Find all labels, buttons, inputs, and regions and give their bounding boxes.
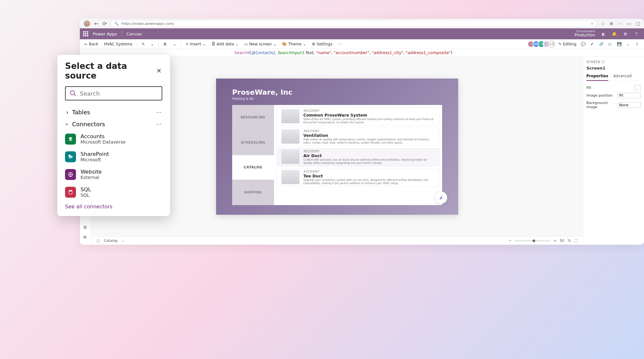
tables-more-icon[interactable]: ⋯ xyxy=(156,109,162,116)
browser-reload-icon[interactable]: ⟳ xyxy=(102,21,107,26)
more-icon[interactable]: ⋯ xyxy=(337,41,343,47)
rail-settings-icon[interactable]: ⚙ xyxy=(83,225,87,230)
group-tables-label: Tables xyxy=(72,109,90,116)
profile-avatar-icon[interactable] xyxy=(84,20,90,27)
globe-icon xyxy=(65,169,76,180)
group-tables[interactable]: ›Tables ⋯ xyxy=(65,106,162,118)
insert-button[interactable]: + Insert ⌄ xyxy=(184,41,207,47)
new-screen-button[interactable]: ▭ New screen ⌄ xyxy=(243,41,278,47)
help-icon[interactable]: ? xyxy=(632,29,641,38)
search-input[interactable] xyxy=(80,90,158,97)
canvas-tab-scheduling[interactable]: SCHEDULING xyxy=(232,130,274,155)
connector-sql[interactable]: SQLSQL xyxy=(65,183,162,201)
status-bar: ▢ Catalog ⌄ − + 50 % ⛶ xyxy=(91,236,583,245)
connectors-more-icon[interactable]: ⋯ xyxy=(156,121,162,128)
checker-icon[interactable]: ✔ xyxy=(589,41,596,48)
header-copilot-icon[interactable]: ◐ xyxy=(599,29,608,38)
catalog-item[interactable]: #61274567 Ventilation High indoor air qu… xyxy=(277,128,440,146)
waffle-icon[interactable] xyxy=(83,31,88,36)
rail-add-icon[interactable]: ⊕ xyxy=(83,234,87,240)
notifications-icon[interactable]: 🔔 xyxy=(610,29,619,38)
app-context: Canvas xyxy=(127,32,142,36)
favorite-star-icon[interactable]: ✩ xyxy=(591,22,593,26)
url-bar[interactable]: 🔍 https://make.powerapps.com/ ✩ xyxy=(111,20,597,27)
window-minimize-icon[interactable]: — xyxy=(627,21,631,26)
avatar-more[interactable]: +3 xyxy=(548,41,555,48)
fullscreen-icon[interactable]: ⛶ xyxy=(574,239,578,243)
tab-advanced[interactable]: Advanced xyxy=(613,74,632,81)
file-icon[interactable]: 🗎 xyxy=(162,41,168,47)
bg-image-select[interactable] xyxy=(618,102,641,108)
zoom-out-icon[interactable]: − xyxy=(509,239,512,243)
edit-icon[interactable]: ✎ xyxy=(140,41,146,47)
fx-input: SearchInput1 xyxy=(277,50,304,55)
theme-button[interactable]: 🎨 Theme ⌄ xyxy=(281,41,307,47)
play-icon[interactable]: ▷ xyxy=(607,41,614,48)
settings-button[interactable]: ⚙ Settings xyxy=(310,41,334,47)
canvas-tab-resourcing[interactable]: RESOURCING xyxy=(232,105,274,130)
group-connectors[interactable]: ›Connectors ⋯ xyxy=(65,118,162,130)
info-icon[interactable]: ⓘ xyxy=(601,60,605,64)
favorites-icon[interactable]: ☆ xyxy=(601,21,605,26)
image-position-select[interactable] xyxy=(618,93,641,98)
connector-accounts[interactable]: AccountsMicrosoft Dataverse xyxy=(65,130,162,148)
editing-mode[interactable]: ✎ Editing xyxy=(557,41,578,47)
add-data-button[interactable]: 🗄 Add data ⌄ xyxy=(210,41,240,47)
item-sku: #61274567 xyxy=(303,129,435,133)
zoom-unit: % xyxy=(568,239,571,243)
dataverse-icon xyxy=(65,134,76,145)
fx-arg: "name" xyxy=(316,50,331,55)
canvas-company: ProseWare, Inc xyxy=(232,88,292,96)
search-box[interactable] xyxy=(65,86,162,100)
save-icon[interactable]: 💾 xyxy=(616,41,623,48)
presence-avatars[interactable]: MP CB +3 xyxy=(529,41,555,48)
item-name: Tee Duct xyxy=(303,174,435,178)
fx-function: Search xyxy=(234,50,248,55)
canvas-tab-shipping[interactable]: SHIPPING xyxy=(232,180,274,205)
canvas-tab-catalog[interactable]: CATALOG xyxy=(232,155,274,180)
environment-value: Production xyxy=(574,33,595,37)
browser-back-icon[interactable]: ← xyxy=(94,21,99,26)
catalog-item[interactable]: #51235567 Air Duct Crafted with precisio… xyxy=(277,148,440,166)
see-all-connectors-link[interactable]: See all connectors xyxy=(65,203,162,210)
comments-icon[interactable]: 💬 xyxy=(580,41,587,48)
tab-properties[interactable]: Properties xyxy=(586,74,608,81)
collections-icon[interactable]: ⊕ xyxy=(610,21,613,26)
environment-picker[interactable]: Environment Production xyxy=(574,30,595,37)
browser-menu-icon[interactable]: ⋯ xyxy=(618,21,622,26)
item-name: Air Duct xyxy=(303,153,435,158)
window-maximize-icon[interactable]: ▢ xyxy=(636,21,640,26)
chevron-down-icon[interactable]: ⌄ xyxy=(121,239,124,243)
catalog-item[interactable]: #01234567 Common ProseWare System State-… xyxy=(277,108,440,126)
file-chevron-icon[interactable]: ⌄ xyxy=(172,41,177,47)
item-desc: Crafted with precision, our air ducts en… xyxy=(303,158,435,165)
settings-icon[interactable]: ⚙ xyxy=(621,29,630,38)
app-name[interactable]: Power Apps xyxy=(93,32,117,36)
edit-chevron-icon[interactable]: ⌄ xyxy=(149,41,155,47)
fx-arg: "accountnumber" xyxy=(334,50,369,55)
connector-sharepoint[interactable]: SharePointMicrosoft xyxy=(65,148,162,165)
save-chevron-icon[interactable]: ⌄ xyxy=(625,41,632,48)
back-button[interactable]: ← Back xyxy=(83,41,99,47)
item-sku: #55354567 xyxy=(303,170,435,173)
fill-color-swatch[interactable] xyxy=(634,85,641,90)
publish-icon[interactable]: ⇪ xyxy=(634,41,641,48)
fx-reference: [@Contacts] xyxy=(250,50,275,55)
connector-subtitle: External xyxy=(80,175,102,180)
connector-website[interactable]: WebsiteExternal xyxy=(65,165,162,183)
header-divider xyxy=(122,31,122,37)
close-icon[interactable]: ✕ xyxy=(156,67,162,74)
connector-subtitle: Microsoft Dataverse xyxy=(80,139,126,145)
sharepoint-icon xyxy=(65,151,76,162)
copilot-fab-icon[interactable] xyxy=(435,192,447,204)
connector-title: SharePoint xyxy=(80,151,109,157)
item-thumb-icon xyxy=(281,129,299,144)
app-header: Power Apps Canvas Environment Production… xyxy=(80,28,644,39)
checkbox-icon[interactable]: ▢ xyxy=(97,239,100,243)
zoom-slider[interactable] xyxy=(515,241,550,241)
catalog-item[interactable]: #55354567 Tee Duct Upgrade your ventilat… xyxy=(277,168,440,187)
app-canvas[interactable]: ProseWare, Inc Heating & Air RESOURCING … xyxy=(216,79,458,215)
zoom-in-icon[interactable]: + xyxy=(554,239,556,243)
browser-tabbar: ← ⟳ 🔍 https://make.powerapps.com/ ✩ ☆ ⊕ … xyxy=(80,19,644,28)
share-icon[interactable]: 🔗 xyxy=(598,41,605,48)
